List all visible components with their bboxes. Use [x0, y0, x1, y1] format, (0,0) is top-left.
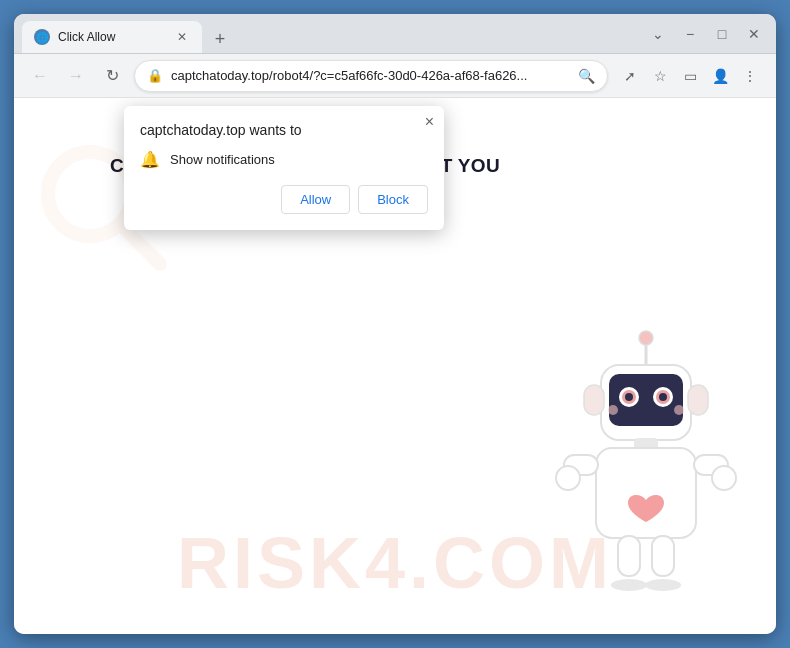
minimize-button[interactable]: −: [676, 20, 704, 48]
bell-icon: 🔔: [140, 150, 160, 169]
notification-popup: captchatoday.top wants to × 🔔 Show notif…: [124, 106, 444, 230]
nav-bar: ← → ↻ 🔒 captchatoday.top/robot4/?c=c5af6…: [14, 54, 776, 98]
svg-point-25: [645, 579, 681, 591]
svg-point-3: [639, 331, 653, 345]
svg-point-10: [625, 393, 633, 401]
svg-point-21: [712, 466, 736, 490]
svg-point-20: [556, 466, 580, 490]
svg-rect-14: [584, 385, 604, 415]
bookmark-icon[interactable]: ☆: [646, 62, 674, 90]
svg-rect-23: [652, 536, 674, 576]
tab-title: Click Allow: [58, 30, 166, 44]
account-icon[interactable]: 👤: [706, 62, 734, 90]
svg-rect-15: [688, 385, 708, 415]
page-content: RISK4.COM CLICK «ALLOW» TO CONFIRM THAT …: [14, 98, 776, 634]
notification-label: Show notifications: [170, 152, 275, 167]
tab-bar: 🌐 Click Allow ✕ +: [22, 14, 638, 53]
url-text: captchatoday.top/robot4/?c=c5af66fc-30d0…: [171, 68, 570, 83]
nav-actions: ➚ ☆ ▭ 👤 ⋮: [616, 62, 764, 90]
address-bar[interactable]: 🔒 captchatoday.top/robot4/?c=c5af66fc-30…: [134, 60, 608, 92]
share-icon[interactable]: ➚: [616, 62, 644, 90]
svg-point-24: [611, 579, 647, 591]
svg-rect-22: [618, 536, 640, 576]
svg-line-1: [121, 225, 160, 264]
new-tab-button[interactable]: +: [206, 25, 234, 53]
allow-button[interactable]: Allow: [281, 185, 350, 214]
menu-icon[interactable]: ⋮: [736, 62, 764, 90]
back-button[interactable]: ←: [26, 62, 54, 90]
title-bar: 🌐 Click Allow ✕ + ⌄ − □ ✕: [14, 14, 776, 54]
tab-close-btn[interactable]: ✕: [174, 29, 190, 45]
popup-buttons: Allow Block: [140, 185, 428, 214]
browser-window: 🌐 Click Allow ✕ + ⌄ − □ ✕ ← → ↻ 🔒 captch…: [14, 14, 776, 634]
svg-point-13: [674, 405, 684, 415]
popup-close-button[interactable]: ×: [425, 114, 434, 130]
popup-notification-row: 🔔 Show notifications: [140, 150, 428, 169]
svg-point-12: [608, 405, 618, 415]
refresh-button[interactable]: ↻: [98, 62, 126, 90]
chevron-down-icon[interactable]: ⌄: [644, 20, 672, 48]
svg-point-11: [659, 393, 667, 401]
window-buttons: ⌄ − □ ✕: [644, 20, 768, 48]
sidebar-icon[interactable]: ▭: [676, 62, 704, 90]
lock-icon: 🔒: [147, 68, 163, 83]
tab-favicon: 🌐: [34, 29, 50, 45]
close-button[interactable]: ✕: [740, 20, 768, 48]
active-tab[interactable]: 🌐 Click Allow ✕: [22, 21, 202, 53]
block-button[interactable]: Block: [358, 185, 428, 214]
popup-title: captchatoday.top wants to: [140, 122, 428, 138]
maximize-button[interactable]: □: [708, 20, 736, 48]
svg-rect-17: [596, 448, 696, 538]
forward-button[interactable]: →: [62, 62, 90, 90]
robot-illustration: [546, 330, 746, 614]
search-icon[interactable]: 🔍: [578, 68, 595, 84]
